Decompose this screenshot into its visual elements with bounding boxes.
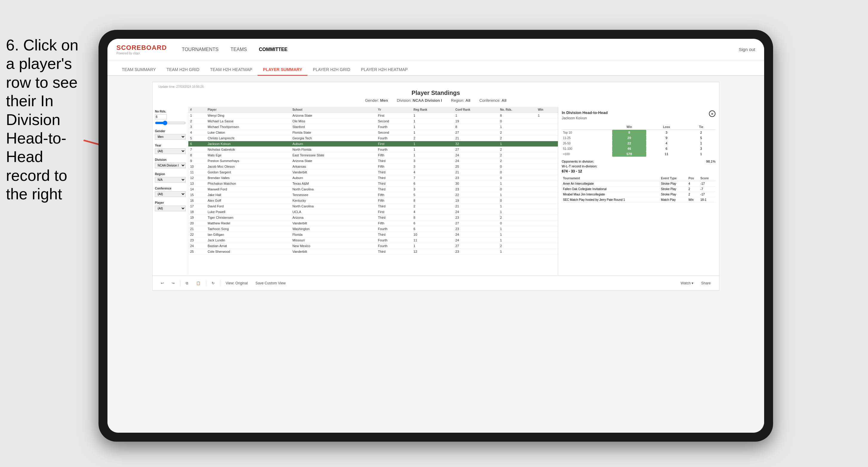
rounds-min-input[interactable] [155,114,167,119]
conference-filter-sidebar: Conference (All) [155,187,186,197]
division-select[interactable]: NCAA Division I [155,163,186,168]
h2h-col-tie: Tie [687,124,715,130]
sub-nav-team-summary[interactable]: TEAM SUMMARY [116,64,161,76]
table-row[interactable]: 20Matthew RiedelVanderbiltFifth6270 [188,220,558,226]
col-player: Player [206,107,291,113]
table-row[interactable]: 2Michael La SasseOle MissSecond1190 [188,119,558,124]
sub-nav-player-h2h-grid[interactable]: PLAYER H2H GRID [307,64,355,76]
h2h-row: Top 10832 [562,130,715,135]
h2h-stats-table: Win Loss Tie Top 1083211-25209526-502241… [562,124,715,157]
table-row[interactable]: 19Tiger ChristensenArizonaThird8232 [188,215,558,220]
opponents-label: Opponents in division: [562,160,594,163]
h2h-row: 51-1004663 [562,146,715,151]
conference-filter: Conference: All [479,98,506,103]
table-row[interactable]: 12Brendan VallesAuburnThird7230 [188,175,558,181]
h2h-col-loss: Loss [646,124,687,130]
table-row[interactable]: 25Cole SherwoodVanderbiltThird12231 [188,249,558,254]
redo-button[interactable]: ↪ [169,280,177,286]
sub-nav-team-h2h-heatmap[interactable]: TEAM H2H HEATMAP [205,64,257,76]
watch-button[interactable]: Watch ▾ [678,280,696,286]
table-row[interactable]: 10Jacob Moc OlesonArkansasFifth3250 [188,164,558,169]
table-row[interactable]: 6Jackson KoivunAuburnFirst1321 [188,141,558,147]
table-row[interactable]: 24Bastian AmatNew MexicoFourth1272 [188,243,558,249]
col-rds: No. Rds. [498,107,536,113]
table-row[interactable]: 7Nicholas GabrelcikNorth FloridaFourth12… [188,147,558,153]
player-table: # Player School Yr Reg Rank Conf Rank No… [188,107,558,254]
gender-select[interactable]: Men [155,134,186,139]
col-reg-rank: Reg Rank [412,107,454,113]
tablet-frame: SCOREBOARD Powered by clippi TOURNAMENTS… [98,30,773,442]
undo-button[interactable]: ↩ [158,280,166,286]
division-filter: Division: NCAA Division I [397,98,442,103]
update-time: Update time: 27/03/2024 16:56:26 [158,85,713,88]
sub-nav-team-h2h-grid[interactable]: TEAM H2H GRID [161,64,205,76]
logo-text: SCOREBOARD [116,44,167,52]
nav-item-committee[interactable]: COMMITTEE [259,46,287,54]
save-custom-button[interactable]: Save Custom View [253,280,288,286]
h2h-row: >100578111 [562,151,715,157]
table-row[interactable]: 22Ian GilliganFloridaThird10241 [188,232,558,238]
year-filter-sidebar: Year (All) [155,144,186,154]
table-row[interactable]: 18Luke PowellUCLAFirst4241 [188,209,558,215]
nav-items: TOURNAMENTS TEAMS COMMITTEE [182,46,739,54]
top-nav: SCOREBOARD Powered by clippi TOURNAMENTS… [107,39,764,60]
conference-select[interactable]: (All) [155,191,186,197]
copy-button[interactable]: ⧉ [183,280,191,286]
sidebar-filters: No Rds. Gender Men [153,107,188,275]
table-row[interactable]: 1Wenyi DingArizona StateFirst1181 [188,113,558,119]
table-row[interactable]: 16Alex GoffKentuckyFifth8190 [188,198,558,204]
table-row[interactable]: 15Jake HallTennesseeFifth5221 [188,192,558,198]
main-content: Update time: 27/03/2024 16:56:26 Player … [107,76,764,433]
table-header-row: # Player School Yr Reg Rank Conf Rank No… [188,107,558,113]
sub-nav-player-summary[interactable]: PLAYER SUMMARY [257,64,307,76]
tournament-row: SEC Match Play hosted by Jerry Pate Roun… [562,197,715,203]
refresh-button[interactable]: ↻ [209,280,217,286]
h2h-title: In Division Head-to-Head [562,111,608,115]
h2h-close-button[interactable]: × [709,111,715,117]
share-button[interactable]: Share [699,280,713,286]
table-row[interactable]: 14Maxwell FordNorth CarolinaThird3230 [188,187,558,192]
nav-item-teams[interactable]: TEAMS [230,46,247,54]
col-win: Win [536,107,558,113]
player-table-body: 1Wenyi DingArizona StateFirst11812Michae… [188,113,558,254]
sign-out-button[interactable]: Sign out [739,47,755,52]
sub-nav-player-h2h-heatmap[interactable]: PLAYER H2H HEATMAP [355,64,413,76]
tournament-row: Fallen Oak Collegiate InvitationalStroke… [562,187,715,192]
tourney-col-score: Score [700,176,715,181]
toolbar-divider-1 [180,280,180,286]
col-school: School [291,107,376,113]
table-row[interactable]: 3Michael ThorbjornsenStanfordFourth181 [188,124,558,130]
region-filter-sidebar: Region N/A [155,173,186,183]
table-row[interactable]: 21Taehoon SongWashingtonFourth6231 [188,226,558,232]
table-area: # Player School Yr Reg Rank Conf Rank No… [188,107,558,275]
tourney-col-pos: Pos [687,176,699,181]
paste-button[interactable]: 📋 [194,280,203,286]
region-filter: Region: All [451,98,470,103]
year-select[interactable]: (All) [155,148,186,154]
table-row[interactable]: 4Luke ClatonFlorida StateSecond1272 [188,130,558,135]
bottom-toolbar: ↩ ↪ ⧉ 📋 ↻ View: Original Save Custom Vie… [153,275,719,290]
standings-title: Player Standings [412,90,460,96]
player-select[interactable]: (All) [155,206,186,211]
instruction-text: 6. Click on a player's row to see their … [0,36,87,204]
tournament-row: Mirabel Maui Jim IntercollegiateStroke P… [562,192,715,197]
nav-item-tournaments[interactable]: TOURNAMENTS [182,46,218,54]
table-row[interactable]: 13Phichaksn MaichonTexas A&MThird6301 [188,181,558,187]
gender-filter-sidebar: Gender Men [155,129,186,139]
view-original-button[interactable]: View: Original [223,280,250,286]
gender-filter: Gender: Men [365,98,388,103]
table-row[interactable]: 8Mats EgeEast Tennessee StateFifth1242 [188,153,558,158]
table-row[interactable]: 23Jack LundinMissouriFourth11241 [188,238,558,243]
player-filter-sidebar: Player (All) [155,201,186,211]
tablet-screen: SCOREBOARD Powered by clippi TOURNAMENTS… [107,39,764,433]
logo-sub: Powered by clippi [116,52,167,55]
tournament-row: Amer Ari IntercollegiateStroke Play4-17 [562,181,715,187]
region-select[interactable]: N/A [155,177,186,183]
table-row[interactable]: 17David FordNorth CarolinaThird2211 [188,204,558,209]
table-row[interactable]: 9Preston SummerhaysArizona StateThird324… [188,158,558,164]
h2h-panel: In Division Head-to-Head Jackson Koivun … [558,107,719,275]
table-row[interactable]: 5Christo LamprechtGeorgia TechFourth2212 [188,135,558,141]
opponents-row: Opponents in division: 98.1% [562,160,715,163]
rounds-slider[interactable] [155,121,186,125]
table-row[interactable]: 11Gordon SargentVanderbiltThird4210 [188,169,558,175]
